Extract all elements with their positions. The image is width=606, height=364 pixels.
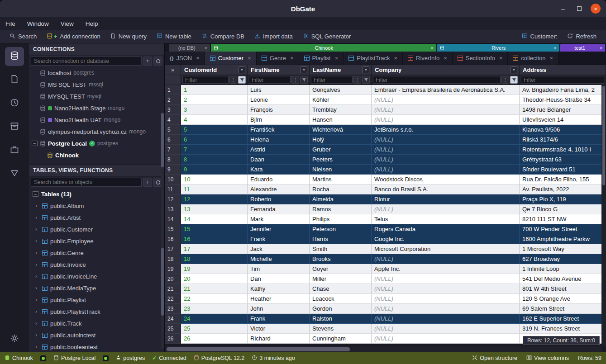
cell-address[interactable]: 1600 Amphitheatre Parkw [520,234,606,244]
chevron-right-icon[interactable]: › [35,344,39,350]
column-header[interactable]: Company ▾ [372,65,520,75]
cell-lastname[interactable]: Martins [310,175,372,184]
row-number[interactable]: 23 [165,304,181,314]
cell-customerid[interactable]: 9 [181,165,248,175]
table-item[interactable]: › public.InvoiceLine [29,270,164,282]
cell-customerid[interactable]: 16 [181,234,248,244]
cell-firstname[interactable]: Eduardo [248,175,310,184]
cell-address[interactable]: Av. Paulista, 2022 [520,184,606,194]
cell-company[interactable]: Woodstock Discos [372,175,520,184]
cell-customerid[interactable]: 1 [181,85,248,95]
row-number[interactable]: 25 [165,324,181,334]
connections-search-input[interactable] [31,57,142,66]
database-tab[interactable]: test1 × [560,44,605,52]
cell-address[interactable]: 1 Infinite Loop [520,264,606,274]
row-number[interactable]: 18 [165,254,181,264]
row-number[interactable]: 13 [165,204,181,214]
tables-group-row[interactable]: − Tables (13) [29,188,164,200]
cell-address[interactable]: Grétrystraat 63 [520,155,606,165]
cell-company[interactable]: (NULL) [372,284,520,294]
close-icon[interactable]: × [205,45,207,51]
open-structure-button[interactable]: Open structure [472,355,517,362]
cell-customerid[interactable]: 22 [181,294,248,304]
cell-firstname[interactable]: Luís [248,85,310,95]
cell-customerid[interactable]: 14 [181,214,248,224]
vertical-scrollbar[interactable] [601,85,606,346]
cell-lastname[interactable]: Chase [310,284,372,294]
cell-firstname[interactable]: Astrid [248,145,310,155]
chevron-right-icon[interactable]: › [35,332,39,338]
cell-lastname[interactable]: Smith [310,244,372,254]
cell-customerid[interactable]: 26 [181,334,248,344]
cell-company[interactable]: (NULL) [372,165,520,175]
cell-customerid[interactable]: 4 [181,115,248,125]
cell-lastname[interactable]: Miller [310,274,372,284]
cell-company[interactable]: Embraer - Empresa Brasileira de Aeronáut… [372,85,520,95]
cell-company[interactable]: (NULL) [372,105,520,115]
file-tab[interactable]: {} JSON × [165,52,205,65]
connection-item[interactable]: olympus-medportal.vychozi.cz ✓ mongo [29,126,164,137]
cell-company[interactable]: (NULL) [372,274,520,284]
cell-company[interactable]: Rogers Canada [372,224,520,234]
cell-company[interactable]: Google Inc. [372,234,520,244]
cell-lastname[interactable]: Gordon [310,304,372,314]
row-number[interactable]: 19 [165,264,181,274]
compare-db-button[interactable]: Compare DB [196,30,249,43]
table-item[interactable]: › public.Playlist [29,294,164,306]
cell-firstname[interactable]: Mark [248,214,310,224]
row-number[interactable]: 9 [165,165,181,175]
filter-funnel-button[interactable] [510,76,518,84]
cell-company[interactable]: (NULL) [372,304,520,314]
filter-input[interactable] [249,76,291,84]
cell-address[interactable]: 1 Microsoft Way [520,244,606,254]
chevron-right-icon[interactable]: › [35,308,39,315]
refresh-connections-button[interactable] [153,57,162,66]
file-tab[interactable]: SectionInfo × [453,52,508,65]
cell-customerid[interactable]: 25 [181,324,248,334]
cell-customerid[interactable]: 19 [181,264,248,274]
cell-customerid[interactable]: 7 [181,145,248,155]
cell-firstname[interactable]: Jennifer [248,224,310,234]
vertical-scrollbar-thumb[interactable] [602,86,605,185]
filter-funnel-button[interactable] [362,76,370,84]
chevron-right-icon[interactable]: › [35,320,39,326]
cell-address[interactable]: Praça Pio X, 119 [520,194,606,204]
table-item[interactable]: › public.Track [29,317,164,329]
cell-company[interactable]: (NULL) [372,334,520,344]
cell-firstname[interactable]: Frank [248,314,310,324]
row-number[interactable]: 10 [165,175,181,184]
filter-input[interactable] [521,76,604,84]
cell-firstname[interactable]: Fernanda [248,204,310,214]
cell-firstname[interactable]: François [248,105,310,115]
table-item[interactable]: › public.MediaType [29,282,164,294]
cell-address[interactable]: 8210 111 ST NW [520,214,606,224]
row-number[interactable]: 16 [165,234,181,244]
table-item[interactable]: › public.Employee [29,235,164,247]
cell-customerid[interactable]: 8 [181,155,248,165]
rail-plugins-button[interactable] [5,141,24,160]
close-icon[interactable]: × [394,55,398,61]
close-icon[interactable]: × [444,55,447,61]
row-number[interactable]: 22 [165,294,181,304]
view-columns-button[interactable]: View columns [526,355,569,362]
cell-customerid[interactable]: 6 [181,135,248,145]
file-tab[interactable]: RiverInfo × [403,52,453,65]
cell-lastname[interactable]: Nielsen [310,165,372,175]
cell-lastname[interactable]: Holý [310,135,372,145]
cell-firstname[interactable]: Kathy [248,284,310,294]
menu-item[interactable]: Window [27,20,49,27]
cell-firstname[interactable]: Kara [248,165,310,175]
column-header[interactable]: CustomerId ▾ [181,65,248,75]
cell-company[interactable]: (NULL) [372,95,520,105]
close-icon[interactable]: × [554,45,557,51]
filter-input[interactable] [373,76,501,84]
row-number[interactable]: 7 [165,145,181,155]
cell-address[interactable]: 69 Salem Street [520,304,606,314]
cell-company[interactable]: (NULL) [372,135,520,145]
cell-address[interactable]: Rotenturmstraße 4, 1010 I [520,145,606,155]
cell-lastname[interactable]: Harris [310,234,372,244]
file-tab[interactable]: collection × [508,52,558,65]
expand-all-button[interactable]: » [165,65,181,75]
column-header[interactable]: LastName ▾ [310,65,372,75]
file-tab[interactable]: Genre × [257,52,299,65]
